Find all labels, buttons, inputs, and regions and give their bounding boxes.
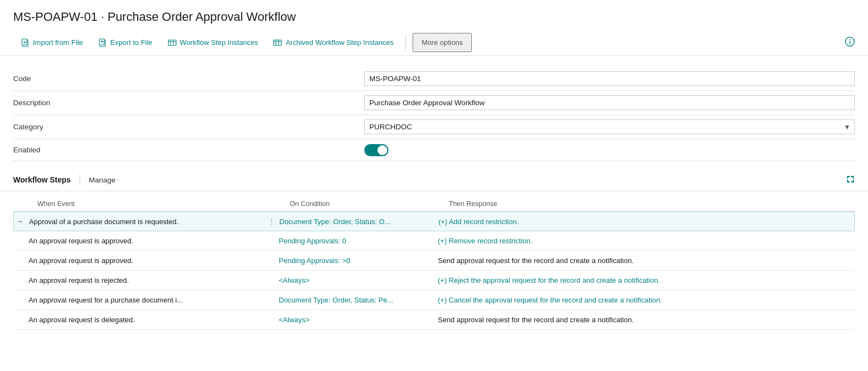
export-icon xyxy=(98,38,107,47)
code-input[interactable] xyxy=(364,71,855,86)
on-condition-header: On Condition xyxy=(290,200,449,208)
info-icon[interactable] xyxy=(845,37,855,49)
enabled-row: Enabled xyxy=(13,139,855,161)
table-row[interactable]: → Approval of a purchase document is req… xyxy=(13,212,855,231)
import-from-file-button[interactable]: Import from File xyxy=(13,33,91,52)
workflow-instances-icon xyxy=(168,38,177,47)
section-header-divider xyxy=(80,174,80,185)
workflow-steps-title: Workflow Steps xyxy=(13,175,71,184)
svg-rect-2 xyxy=(168,40,176,45)
row-on-condition[interactable]: <Always> xyxy=(277,312,436,327)
page-title: MS-POAPW-01 · Purchase Order Approval Wo… xyxy=(13,10,855,24)
row-on-condition[interactable]: Pending Approvals: 0 xyxy=(277,233,436,248)
code-label: Code xyxy=(13,75,364,83)
toolbar: Import from File Export to File xyxy=(0,30,868,56)
description-input[interactable] xyxy=(364,95,855,110)
table-body: → Approval of a purchase document is req… xyxy=(13,211,855,330)
svg-point-11 xyxy=(849,39,850,40)
workflow-steps-section-header: Workflow Steps Manage xyxy=(0,167,868,191)
when-event-header: When Event xyxy=(37,200,290,208)
table-row[interactable]: An approval request is rejected. <Always… xyxy=(13,271,855,290)
table-row[interactable]: An approval request is delegated. <Alway… xyxy=(13,310,855,330)
row-when-event: An approval request is approved. xyxy=(26,233,266,248)
toolbar-separator xyxy=(405,35,406,50)
row-drag-handle[interactable]: ⋮ xyxy=(266,217,277,226)
workflow-steps-table: When Event On Condition Then Response → … xyxy=(0,191,868,330)
table-row[interactable]: An approval request is approved. Pending… xyxy=(13,231,855,251)
row-when-event: Approval of a purchase document is reque… xyxy=(27,214,266,229)
manage-button[interactable]: Manage xyxy=(89,176,116,184)
more-options-button[interactable]: More options xyxy=(413,33,471,52)
workflow-step-instances-button[interactable]: Workflow Step Instances xyxy=(160,33,266,52)
form-area: Code Description Category PURCHDOC ▼ xyxy=(0,56,868,167)
archived-icon xyxy=(273,38,282,47)
row-when-event: An approval request is rejected. xyxy=(26,273,266,288)
table-header: When Event On Condition Then Response xyxy=(13,197,855,211)
row-when-event: An approval request for a purchase docum… xyxy=(26,293,266,307)
row-then-response[interactable]: (+) Cancel the approval request for the … xyxy=(436,293,855,307)
category-label: Category xyxy=(13,123,364,131)
import-label: Import from File xyxy=(33,38,83,47)
description-label: Description xyxy=(13,99,364,107)
table-row[interactable]: An approval request for a purchase docum… xyxy=(13,290,855,310)
row-on-condition[interactable]: Document Type: Order, Status: Pe... xyxy=(277,293,436,307)
row-on-condition[interactable]: Pending Approvals: >0 xyxy=(277,253,436,268)
description-row: Description xyxy=(13,91,855,115)
row-on-condition[interactable]: <Always> xyxy=(277,273,436,288)
row-then-response: Send approval request for the record and… xyxy=(436,312,855,327)
enabled-label: Enabled xyxy=(13,146,364,154)
then-response-header: Then Response xyxy=(449,200,855,208)
row-then-response: Send approval request for the record and… xyxy=(436,253,855,268)
row-arrow-icon: → xyxy=(14,217,27,226)
workflow-instances-label: Workflow Step Instances xyxy=(180,38,258,47)
row-on-condition[interactable]: Document Type: Order, Status: O... xyxy=(277,214,436,229)
category-select[interactable]: PURCHDOC xyxy=(364,119,855,134)
expand-icon[interactable] xyxy=(846,175,855,185)
category-row: Category PURCHDOC ▼ xyxy=(13,115,855,139)
row-when-event: An approval request is delegated. xyxy=(26,312,266,327)
archived-label: Archived Workflow Step Instances xyxy=(285,38,393,47)
archived-workflow-step-instances-button[interactable]: Archived Workflow Step Instances xyxy=(266,33,401,52)
code-row: Code xyxy=(13,67,855,91)
svg-rect-6 xyxy=(274,40,281,45)
row-then-response[interactable]: (+) Add record restriction. xyxy=(436,214,854,229)
row-then-response[interactable]: (+) Reject the approval request for the … xyxy=(436,273,855,288)
import-icon xyxy=(21,38,30,47)
row-when-event: An approval request is approved. xyxy=(26,253,266,268)
row-then-response[interactable]: (+) Remove record restriction. xyxy=(436,233,855,248)
export-label: Export to File xyxy=(110,38,153,47)
export-to-file-button[interactable]: Export to File xyxy=(91,33,160,52)
enabled-toggle[interactable] xyxy=(364,144,388,156)
table-row[interactable]: An approval request is approved. Pending… xyxy=(13,251,855,271)
toggle-knob xyxy=(377,145,387,155)
